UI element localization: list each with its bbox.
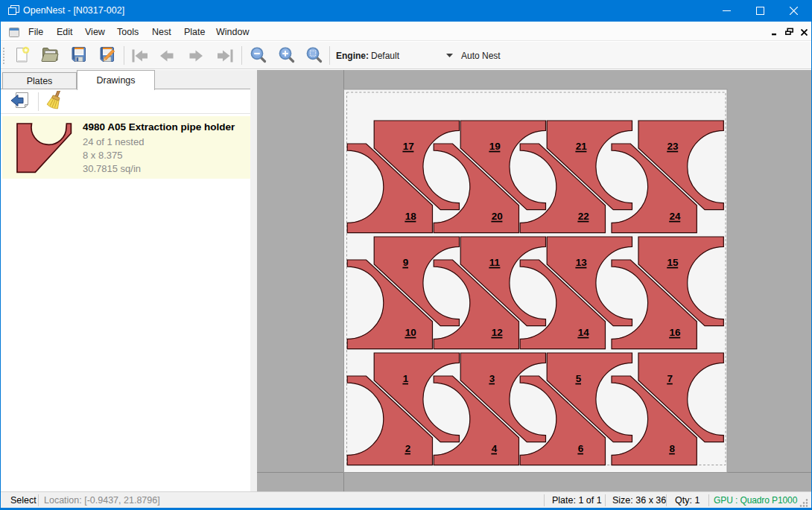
svg-text:18: 18 bbox=[405, 211, 417, 222]
svg-text:15: 15 bbox=[667, 257, 679, 268]
svg-text:7: 7 bbox=[667, 373, 673, 384]
svg-text:1: 1 bbox=[403, 373, 409, 384]
svg-text:6: 6 bbox=[578, 443, 584, 454]
svg-text:14: 14 bbox=[578, 327, 590, 338]
svg-text:5: 5 bbox=[576, 373, 582, 384]
svg-text:22: 22 bbox=[578, 211, 589, 222]
svg-text:17: 17 bbox=[403, 141, 414, 152]
svg-text:8: 8 bbox=[670, 443, 676, 454]
svg-text:16: 16 bbox=[670, 327, 682, 338]
svg-text:23: 23 bbox=[667, 141, 679, 152]
svg-text:10: 10 bbox=[405, 327, 416, 338]
svg-text:2: 2 bbox=[405, 443, 411, 454]
svg-text:4: 4 bbox=[492, 443, 498, 454]
svg-text:13: 13 bbox=[576, 257, 588, 268]
svg-text:9: 9 bbox=[403, 257, 409, 268]
svg-text:24: 24 bbox=[670, 211, 682, 222]
svg-text:20: 20 bbox=[492, 211, 503, 222]
svg-text:21: 21 bbox=[576, 141, 588, 152]
svg-text:11: 11 bbox=[489, 257, 501, 268]
svg-text:19: 19 bbox=[489, 141, 501, 152]
svg-text:3: 3 bbox=[489, 373, 495, 384]
svg-text:12: 12 bbox=[492, 327, 503, 338]
